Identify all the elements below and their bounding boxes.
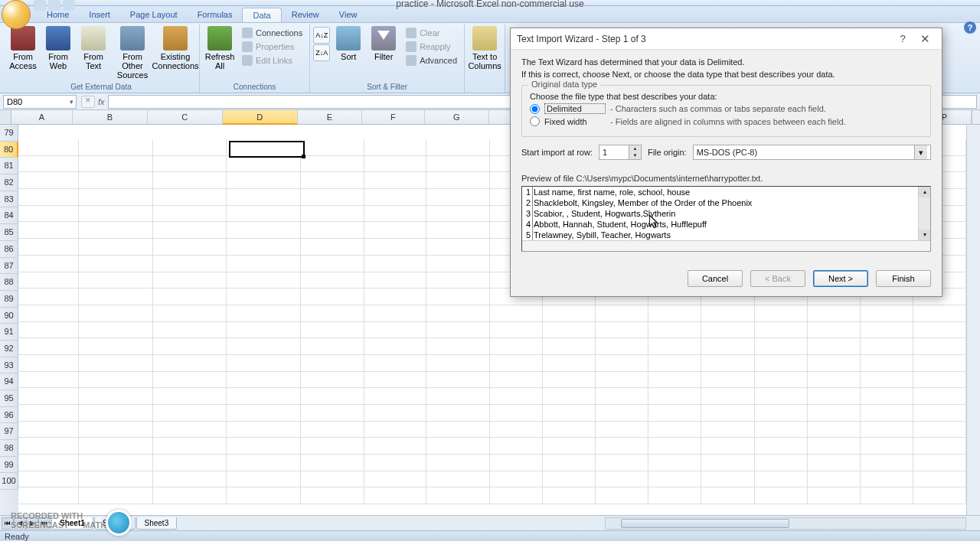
help-icon[interactable]: ? — [964, 21, 976, 34]
cell[interactable] — [364, 422, 426, 439]
cell[interactable] — [227, 405, 301, 422]
cell[interactable] — [153, 156, 227, 173]
cell[interactable] — [301, 487, 364, 504]
cell[interactable] — [301, 405, 364, 422]
cell[interactable] — [755, 487, 808, 504]
cell[interactable] — [153, 355, 227, 372]
cell[interactable] — [808, 471, 861, 488]
cell[interactable] — [913, 422, 966, 439]
cell[interactable] — [301, 338, 364, 355]
row-header[interactable]: 100 — [0, 473, 18, 490]
cell[interactable] — [861, 455, 913, 471]
cell[interactable] — [426, 438, 490, 455]
dialog-titlebar[interactable]: Text Import Wizard - Step 1 of 3 ? ✕ — [511, 28, 942, 50]
cell[interactable] — [79, 471, 153, 488]
cell[interactable] — [596, 405, 648, 422]
column-header[interactable]: A — [11, 110, 73, 125]
cell[interactable] — [227, 305, 301, 322]
row-header[interactable]: 94 — [0, 373, 18, 390]
scrollbar-thumb[interactable] — [621, 519, 789, 528]
cell[interactable] — [364, 487, 426, 504]
cell[interactable] — [808, 388, 861, 405]
cell[interactable] — [543, 422, 596, 439]
cell[interactable] — [913, 338, 966, 355]
cell[interactable] — [227, 487, 301, 504]
cell[interactable] — [808, 338, 861, 355]
cell[interactable] — [755, 355, 808, 372]
row-header[interactable]: 98 — [0, 440, 18, 457]
cell[interactable] — [426, 355, 490, 372]
cell[interactable] — [701, 305, 754, 322]
cell[interactable] — [596, 438, 648, 455]
cell[interactable] — [543, 438, 596, 455]
fixed-width-radio[interactable] — [530, 116, 540, 126]
cell[interactable] — [301, 355, 364, 372]
next-button[interactable]: Next > — [813, 270, 868, 287]
cell[interactable] — [596, 305, 648, 322]
cell[interactable] — [426, 422, 490, 439]
cell[interactable] — [79, 256, 153, 272]
cell[interactable] — [426, 322, 490, 339]
cell[interactable] — [364, 256, 426, 272]
cell[interactable] — [701, 355, 754, 372]
preview-hscroll[interactable] — [522, 240, 930, 251]
cell[interactable] — [426, 405, 490, 422]
preview-vscroll[interactable]: ▴ ▾ — [918, 187, 930, 240]
row-header[interactable]: 95 — [0, 390, 18, 407]
row-header[interactable]: 91 — [0, 324, 18, 341]
cell[interactable] — [227, 471, 301, 488]
cell[interactable] — [364, 206, 426, 223]
cell[interactable] — [227, 139, 301, 156]
cell[interactable] — [227, 256, 301, 272]
cell[interactable] — [153, 305, 227, 322]
cell[interactable] — [701, 405, 754, 422]
cell[interactable] — [364, 239, 426, 256]
finish-button[interactable]: Finish — [876, 270, 931, 287]
cell[interactable] — [301, 289, 364, 305]
cell[interactable] — [153, 438, 227, 455]
cell[interactable] — [913, 405, 966, 422]
start-row-spinner[interactable]: 1 ▲ ▼ — [599, 145, 642, 160]
cell[interactable] — [18, 189, 79, 206]
cell[interactable] — [808, 305, 861, 322]
cell[interactable] — [861, 388, 913, 405]
cell[interactable] — [227, 322, 301, 339]
cell[interactable] — [701, 487, 754, 504]
cell[interactable] — [543, 355, 596, 372]
office-button[interactable] — [2, 0, 31, 29]
cell[interactable] — [490, 422, 543, 439]
cell[interactable] — [18, 139, 79, 156]
spinner-up-icon[interactable]: ▲ — [629, 145, 641, 152]
text-to-columns-button[interactable]: Text to Columns — [468, 24, 501, 82]
cell[interactable] — [79, 355, 153, 372]
cell[interactable] — [153, 239, 227, 256]
refresh-all-button[interactable]: Refresh All — [203, 24, 237, 82]
cell[interactable] — [79, 372, 153, 389]
row-header[interactable]: 88 — [0, 274, 18, 291]
cell[interactable] — [808, 455, 861, 471]
cell[interactable] — [755, 305, 808, 322]
cell[interactable] — [18, 372, 79, 389]
cell[interactable] — [490, 388, 543, 405]
cell[interactable] — [227, 372, 301, 389]
cell[interactable] — [755, 322, 808, 339]
cell[interactable] — [755, 388, 808, 405]
cell[interactable] — [227, 206, 301, 223]
row-header[interactable]: 97 — [0, 423, 18, 440]
cell[interactable] — [426, 471, 490, 488]
cell[interactable] — [79, 272, 153, 289]
cell[interactable] — [913, 305, 966, 322]
cell[interactable] — [861, 422, 913, 439]
tab-data[interactable]: Data — [242, 8, 281, 22]
cell[interactable] — [596, 372, 648, 389]
row-header[interactable]: 93 — [0, 357, 18, 374]
cell[interactable] — [79, 305, 153, 322]
cell[interactable] — [808, 438, 861, 455]
cell[interactable] — [79, 322, 153, 339]
row-header[interactable]: 99 — [0, 457, 18, 474]
cell[interactable] — [79, 206, 153, 223]
cell[interactable] — [861, 305, 913, 322]
sort-button[interactable]: Sort — [332, 24, 365, 82]
cell[interactable] — [490, 487, 543, 504]
cell[interactable] — [301, 239, 364, 256]
